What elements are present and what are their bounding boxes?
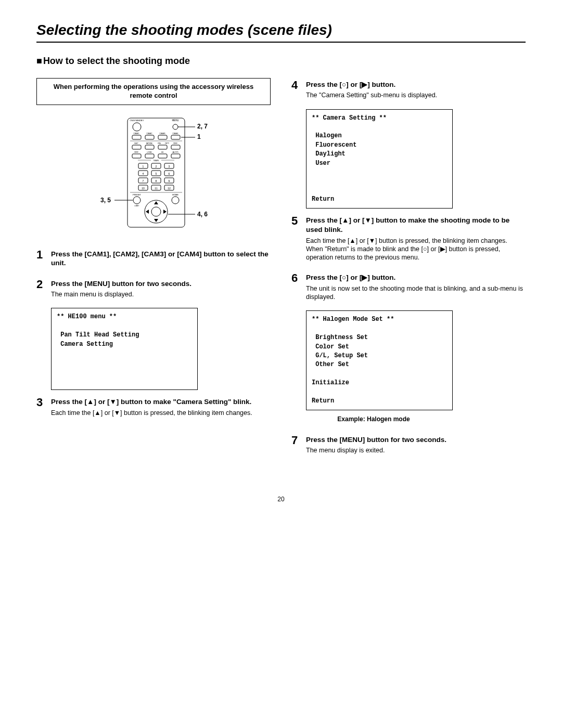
callout-2-7: 2, 7 [197,123,208,130]
step-number: 4 [291,78,301,93]
svg-rect-28 [171,154,180,158]
svg-text:5: 5 [156,172,157,175]
step-3: 3 Press the [▲] or [▼] button to make "C… [36,395,271,417]
step-head: Press the [MENU] button for two seconds. [51,279,271,289]
svg-text:12: 12 [168,187,171,190]
step-desc: The "Camera Setting" sub-menu is display… [306,91,526,99]
step-number: 2 [36,277,46,292]
menu-caption: Example: Halogen mode [306,415,441,424]
svg-rect-17 [132,145,141,149]
svg-rect-18 [145,145,154,149]
step-head: Press the [MENU] button for two seconds. [306,435,526,445]
step-2: 2 Press the [MENU] button for two second… [36,277,271,299]
svg-text:10: 10 [142,187,145,190]
step-head: Press the [▲] or [▼] button to make "Cam… [51,397,271,407]
svg-text:LIMIT: LIMIT [135,205,140,207]
step-5: 5 Press the [▲] or [▼] button to make th… [291,214,526,262]
step-number: 6 [291,271,301,286]
svg-text:OFF: OFF [134,151,139,153]
step-number: 7 [291,433,301,448]
svg-rect-20 [171,145,180,149]
svg-rect-26 [145,154,154,158]
svg-text:2: 2 [156,165,157,168]
callout-1: 1 [197,133,201,140]
svg-rect-27 [158,154,167,158]
svg-text:8: 8 [156,179,157,183]
svg-text:OPT: OPT [165,142,170,145]
label-menu: MENU [172,119,178,122]
svg-text:7: 7 [143,179,144,183]
svg-text:MODE: MODE [146,142,152,145]
svg-rect-19 [158,145,167,149]
svg-text:11: 11 [155,187,158,190]
svg-text:ON: ON [158,142,161,145]
step-desc: The main menu is displayed. [51,290,271,298]
step-desc: Each time the [▲] or [▼] button is press… [306,237,526,262]
svg-text:PRESET: PRESET [133,193,142,196]
page-title: Selecting the shooting modes (scene file… [36,21,526,43]
svg-text:6: 6 [169,172,170,175]
step-desc: Each time the [▲] or [▼] button is press… [51,409,271,417]
page-number: 20 [36,496,526,504]
svg-rect-7 [132,135,141,139]
step-number: 3 [36,395,46,410]
svg-text:3: 3 [169,165,170,168]
menu-main: ** HE100 menu ** Pan Tilt Head Setting C… [51,308,198,390]
menu-halogen-mode: ** Halogen Mode Set ** Brightness Set Co… [306,310,453,410]
step-desc: The menu display is exited. [306,446,526,454]
operation-note: When performing the operations using the… [36,78,271,105]
menu-camera-setting: ** Camera Setting ** Halogen Fluorescent… [306,109,453,209]
svg-text:SET: SET [134,142,138,145]
remote-diagram: ON/STANDBY MENU CAM1CAM2CAM3CAM4 SETMODE… [36,115,271,235]
svg-text:CAM1: CAM1 [133,132,139,135]
step-number: 5 [291,214,301,229]
step-head: Press the [○] or [▶] button. [306,273,526,282]
svg-text:HOME: HOME [172,193,178,196]
callout-3-5: 3, 5 [100,197,111,204]
step-head: Press the [CAM1], [CAM2], [CAM3] or [CAM… [51,250,271,268]
step-desc: The unit is now set to the shooting mode… [306,284,526,302]
svg-rect-10 [171,135,180,139]
svg-text:AUTO: AUTO [172,151,178,153]
svg-rect-8 [145,135,154,139]
section-heading: How to select the shooting mode [36,55,526,67]
svg-text:9: 9 [169,179,170,183]
step-head: Press the [○] or [▶] button. [306,80,526,89]
svg-rect-9 [158,135,167,139]
callout-4-6: 4, 6 [197,211,208,218]
svg-rect-25 [132,154,141,158]
label-onstandby: ON/STANDBY [130,119,144,122]
step-7: 7 Press the [MENU] button for two second… [291,433,526,455]
svg-text:HI: HI [161,151,163,153]
step-4: 4 Press the [○] or [▶] button. The "Came… [291,78,526,100]
step-1: 1 Press the [CAM1], [CAM2], [CAM3] or [C… [36,248,271,268]
svg-text:CAM3: CAM3 [159,132,165,135]
svg-text:1: 1 [143,165,144,168]
step-number: 1 [36,248,46,263]
svg-text:CAM4: CAM4 [172,132,178,135]
step-6: 6 Press the [○] or [▶] button. The unit … [291,271,526,301]
svg-text:OFF: OFF [173,142,178,145]
svg-text:CAM2: CAM2 [146,132,152,135]
svg-text:4: 4 [143,172,144,175]
step-head: Press the [▲] or [▼] button to make the … [306,216,526,234]
svg-text:LOW: LOW [147,151,151,153]
svg-text:GAIN: GAIN [154,159,159,162]
